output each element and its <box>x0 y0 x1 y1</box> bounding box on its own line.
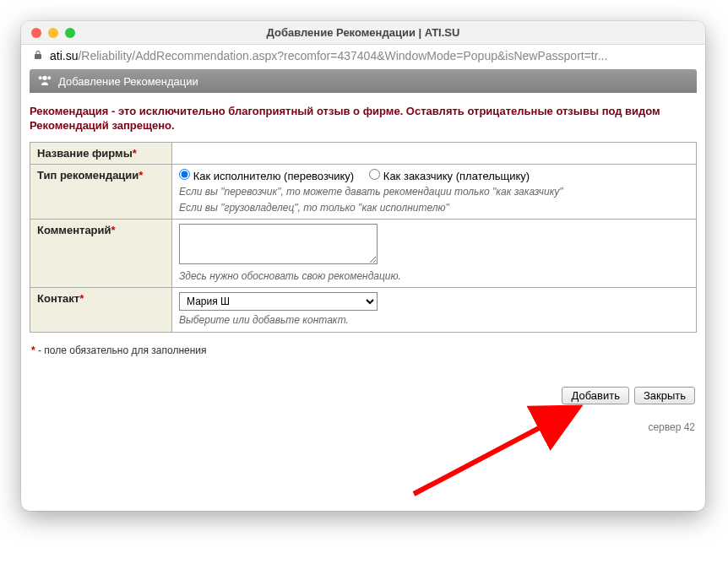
browser-window: Добавление Рекомендации | ATI.SU ati.su/… <box>21 21 705 511</box>
annotation-arrow-icon <box>405 384 600 502</box>
page-header-banner: Добавление Рекомендации <box>30 69 697 93</box>
required-mark: * <box>133 147 137 160</box>
url-host: ati.su <box>50 49 78 62</box>
required-mark: * <box>111 224 116 236</box>
type-label: Тип рекомендации <box>37 169 139 182</box>
page-header-title: Добавление Рекомендации <box>58 75 198 88</box>
recommendation-form: Название фирмы* Тип рекомендации* Как ис… <box>30 142 697 333</box>
type-hint-1: Если вы "перевозчик", то можете давать р… <box>179 185 689 198</box>
company-label: Название фирмы <box>37 147 133 160</box>
required-mark: * <box>79 292 84 305</box>
contact-select[interactable]: Мария Ш <box>179 292 378 311</box>
company-field <box>172 142 697 164</box>
row-comment: Комментарий* Здесь нужно обосновать свою… <box>30 220 697 288</box>
row-company: Название фирмы* <box>30 142 697 164</box>
type-hint-2: Если вы "грузовладелец", то только "как … <box>179 201 689 214</box>
page-content: Добавление Рекомендации Рекомендация - э… <box>21 69 705 511</box>
type-radio-customer[interactable] <box>369 169 380 180</box>
row-contact: Контакт* Мария Ш Выберите или добавьте к… <box>30 288 697 332</box>
footnote-text: - поле обязательно для заполнения <box>38 344 207 356</box>
url-path: /Reliability/AddRecommendation.aspx?reco… <box>78 49 607 62</box>
type-option-executor-text: Как исполнителю (перевозчику) <box>193 170 355 182</box>
type-radio-executor[interactable] <box>179 169 190 180</box>
comment-input[interactable] <box>179 224 378 264</box>
people-icon <box>38 73 52 89</box>
type-option-customer-text: Как заказчику (плательщику) <box>383 170 530 182</box>
contact-label: Контакт <box>37 292 79 305</box>
url-bar[interactable]: ati.su/Reliability/AddRecommendation.asp… <box>50 49 693 62</box>
required-footnote: * - поле обязательно для заполнения <box>30 333 697 356</box>
window-title: Добавление Рекомендации | ATI.SU <box>21 26 705 39</box>
type-radio-executor-label[interactable]: Как исполнителю (перевозчику) <box>179 169 354 182</box>
warning-text: Рекомендация - это исключительно благопр… <box>30 93 697 142</box>
window-titlebar: Добавление Рекомендации | ATI.SU <box>21 21 705 45</box>
url-bar-row: ati.su/Reliability/AddRecommendation.asp… <box>21 45 705 69</box>
comment-hint: Здесь нужно обосновать свою рекомендацию… <box>179 269 689 283</box>
close-button[interactable]: Закрыть <box>634 387 695 404</box>
required-mark: * <box>139 169 143 182</box>
row-type: Тип рекомендации* Как исполнителю (перев… <box>30 164 697 219</box>
svg-line-0 <box>414 409 574 494</box>
type-radio-customer-label[interactable]: Как заказчику (плательщику) <box>369 169 530 182</box>
contact-hint: Выберите или добавьте контакт. <box>179 313 689 327</box>
lock-icon <box>33 50 43 62</box>
comment-label: Комментарий <box>37 224 111 236</box>
